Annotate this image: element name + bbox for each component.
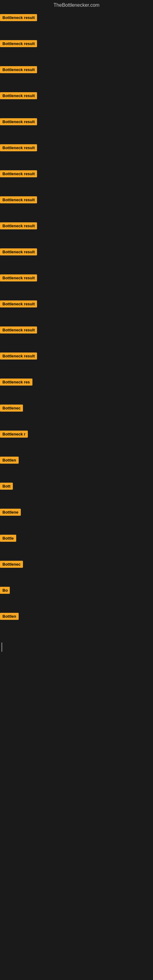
bottleneck-item: Bottleneck result	[0, 168, 153, 194]
bottleneck-item: Bottlen	[0, 454, 153, 480]
bottleneck-item: Bottleneck result	[0, 194, 153, 220]
bottleneck-badge: Bottlenec	[0, 561, 23, 568]
bottleneck-item: Bottleneck result	[0, 142, 153, 168]
bottleneck-item: Bottleneck res	[0, 376, 153, 402]
bottleneck-badge: Bottleneck result	[0, 274, 37, 282]
bottleneck-badge: Bottle	[0, 535, 16, 542]
bottleneck-badge: Bottleneck res	[0, 379, 32, 385]
bottleneck-badge: Bottleneck result	[0, 14, 37, 21]
bottleneck-item: Bo	[0, 584, 153, 610]
bottleneck-item: Bottlen	[0, 610, 153, 636]
site-title: TheBottlenecker.com	[0, 0, 153, 12]
bottleneck-badge: Bo	[0, 587, 10, 594]
bottleneck-item: Bottleneck result	[0, 246, 153, 272]
bottleneck-badge: Bottleneck result	[0, 66, 37, 73]
bottleneck-item: Bottleneck result	[0, 220, 153, 246]
bottleneck-badge: Bottleneck result	[0, 118, 37, 125]
bottleneck-badge: Bottleneck result	[0, 40, 37, 47]
bottleneck-item: Bottlenec	[0, 558, 153, 584]
bottleneck-item: Bottleneck result	[0, 12, 153, 38]
bottleneck-item: Bottleneck result	[0, 38, 153, 64]
cursor-line	[2, 643, 2, 652]
bottleneck-item: Bottleneck result	[0, 90, 153, 116]
bottleneck-badge: Bottleneck result	[0, 196, 37, 204]
bottleneck-item: Bottleneck result	[0, 116, 153, 142]
bottleneck-item: Bottleneck result	[0, 272, 153, 298]
bottleneck-item: Bott	[0, 480, 153, 506]
bottleneck-item: Bottlenec	[0, 402, 153, 428]
bottleneck-item: Bottleneck result	[0, 350, 153, 376]
bottleneck-item: Bottleneck result	[0, 298, 153, 324]
bottleneck-badge: Bott	[0, 483, 13, 490]
bottleneck-item: Bottleneck result	[0, 324, 153, 350]
bottleneck-item: Bottleneck r	[0, 428, 153, 454]
bottleneck-item: Bottlene	[0, 506, 153, 532]
bottleneck-badge: Bottleneck result	[0, 222, 37, 229]
bottleneck-badge: Bottleneck result	[0, 144, 37, 151]
bottleneck-badge: Bottleneck result	[0, 170, 37, 177]
bottleneck-badge: Bottlen	[0, 457, 19, 464]
bottleneck-badge: Bottleneck result	[0, 326, 37, 334]
bottleneck-item: Bottle	[0, 532, 153, 558]
bottleneck-item: Bottleneck result	[0, 64, 153, 90]
bottleneck-badge: Bottlenec	[0, 404, 23, 412]
bottleneck-badge: Bottleneck result	[0, 248, 37, 255]
bottleneck-badge: Bottleneck result	[0, 301, 37, 307]
bottleneck-badge: Bottlene	[0, 509, 21, 516]
items-container: Bottleneck resultBottleneck resultBottle…	[0, 12, 153, 636]
bottleneck-badge: Bottlen	[0, 613, 19, 620]
page-container: TheBottlenecker.com Bottleneck resultBot…	[0, 0, 153, 652]
bottleneck-badge: Bottleneck result	[0, 92, 37, 99]
bottleneck-badge: Bottleneck result	[0, 353, 37, 360]
bottleneck-badge: Bottleneck r	[0, 431, 28, 438]
